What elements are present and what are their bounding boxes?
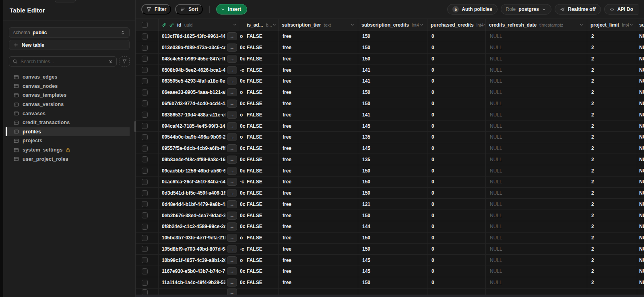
chevron-down-icon[interactable] [579, 23, 584, 27]
row-checkbox[interactable] [142, 145, 148, 152]
cell-id: 1167e930-e5b0-43b7-b74c-788c9...→ [159, 266, 239, 277]
row-checkbox[interactable] [142, 190, 148, 196]
column-header-subscription_tier[interactable]: subscription_tiertext [279, 19, 358, 31]
schema-select[interactable]: schema public [9, 27, 130, 38]
row-checkbox[interactable] [142, 168, 148, 174]
table-row: 048c4e50-b989-455e-847e-fb2f...→0cFALSEf… [136, 54, 644, 65]
row-checkbox[interactable] [142, 123, 148, 129]
expand-row-button[interactable]: → [227, 156, 237, 164]
row-checkbox[interactable] [142, 280, 148, 286]
sidebar-item-canvas_nodes[interactable]: canvas_nodes [9, 82, 130, 91]
column-name: purchased_credits [431, 22, 474, 28]
expand-row-button[interactable]: → [227, 122, 237, 130]
expand-row-button[interactable]: → [227, 200, 237, 208]
column-header-is_ad...[interactable]: is_ad...b... [246, 19, 279, 31]
sidebar-item-user_project_roles[interactable]: user_project_roles [9, 154, 130, 164]
column-header-credits_refresh_date[interactable]: credits_refresh_datetimestamptz [486, 19, 587, 31]
expand-row-button[interactable]: → [227, 133, 237, 141]
sidebar-item-credit_transactions[interactable]: credit_transactions [9, 118, 130, 127]
column-header-id[interactable]: iduuid [159, 19, 239, 31]
row-checkbox[interactable] [142, 156, 148, 162]
row-checkbox[interactable] [142, 89, 148, 96]
row-checkbox[interactable] [142, 67, 148, 73]
row-checkbox[interactable] [142, 257, 148, 263]
search-placeholder: Search tables... [21, 59, 108, 64]
expand-row-button[interactable]: → [227, 167, 237, 175]
expand-row-button[interactable]: → [227, 44, 237, 52]
expand-row-button[interactable]: → [227, 55, 237, 63]
expand-row-button[interactable]: → [227, 32, 237, 40]
column-header-purchased_credits[interactable]: purchased_creditsint4 [427, 19, 486, 31]
sidebar-item-canvas_versions[interactable]: canvas_versions [9, 100, 130, 109]
horizontal-scrollbar[interactable] [136, 295, 644, 297]
expand-row-button[interactable]: → [227, 278, 237, 287]
row-checkbox[interactable] [142, 235, 148, 241]
chevron-down-icon[interactable] [629, 23, 634, 27]
row-checkbox[interactable] [142, 78, 148, 84]
cell-refresh: NULL [486, 76, 587, 87]
expand-row-button[interactable]: → [227, 234, 237, 242]
expand-row-button[interactable]: → [227, 66, 237, 74]
expand-row-button[interactable]: → [227, 256, 237, 264]
realtime-toggle-button[interactable]: Realtime off [555, 4, 601, 15]
row-checkbox[interactable] [142, 33, 148, 39]
insert-button[interactable]: Insert [216, 4, 247, 15]
sidebar-item-canvas_edges[interactable]: canvas_edges [9, 73, 130, 82]
expand-row-button[interactable]: → [227, 88, 237, 96]
row-checkbox[interactable] [142, 179, 148, 185]
select-all-header[interactable] [136, 19, 159, 31]
column-header-su[interactable]: su [637, 19, 644, 31]
expand-row-button[interactable]: → [227, 189, 237, 197]
expand-row-button[interactable]: → [227, 222, 237, 231]
row-checkbox[interactable] [142, 224, 148, 230]
cell-select [136, 42, 159, 53]
expand-row-button[interactable]: → [227, 178, 237, 186]
auth-policies-button[interactable]: 5 Auth policies [447, 4, 497, 15]
row-checkbox[interactable] [142, 212, 148, 218]
sort-button[interactable]: Sort [175, 4, 203, 15]
column-header-subscription_credits[interactable]: subscription_creditsint4 [358, 19, 427, 31]
chevron-down-icon[interactable] [419, 23, 424, 27]
row-checkbox[interactable] [142, 246, 148, 252]
row-checkbox[interactable] [142, 112, 148, 118]
select-all-checkbox[interactable] [142, 22, 148, 28]
column-header-project_limit[interactable]: project_limitint4 [587, 19, 637, 31]
sidebar-item-system_settings[interactable]: system_settings [9, 145, 130, 155]
column-header-frag[interactable] [239, 19, 246, 31]
chevrons-double-down-icon[interactable] [108, 59, 113, 64]
row-checkbox[interactable] [142, 201, 148, 207]
expand-row-button[interactable]: → [227, 111, 237, 119]
expand-row-button[interactable]: → [227, 212, 237, 220]
api-docs-button[interactable]: API Do [604, 4, 638, 15]
role-select[interactable]: Role postgres [501, 4, 551, 15]
row-checkbox[interactable] [142, 100, 148, 106]
chevron-down-icon[interactable] [272, 23, 277, 27]
schema-label: schema [13, 30, 30, 35]
filter-label: Filter [155, 6, 166, 12]
expand-row-button[interactable]: → [227, 245, 237, 253]
row-checkbox[interactable] [142, 268, 148, 274]
expand-row-button[interactable]: → [227, 100, 237, 108]
cell-id: 013cf78d-1625-43fc-9961-442189...→ [159, 31, 239, 42]
row-checkbox[interactable] [142, 56, 148, 62]
cell-refresh: NULL [486, 42, 587, 53]
sidebar-item-canvases[interactable]: canvases [9, 109, 130, 118]
chevron-down-icon[interactable] [233, 23, 237, 27]
row-id: 013cf78d-1625-43fc-9961-442189... [162, 33, 225, 39]
filter-tables-button[interactable] [120, 56, 130, 66]
cell-refresh: NULL [486, 199, 587, 210]
table-row: 063505e5-4293-4faf-a18c-0e65b...→0cFALSE… [136, 76, 644, 87]
search-tables-input[interactable]: Search tables... [9, 56, 117, 66]
sidebar-item-projects[interactable]: projects [9, 136, 130, 145]
filter-button[interactable]: Filter [141, 4, 171, 15]
expand-row-button[interactable]: → [227, 77, 237, 85]
row-checkbox[interactable] [142, 45, 148, 51]
new-table-button[interactable]: New table [9, 40, 130, 50]
cell-refresh: NULL [486, 54, 587, 64]
row-checkbox[interactable] [142, 134, 148, 140]
sidebar-item-profiles[interactable]: profiles [6, 127, 130, 137]
sidebar-item-canvas_templates[interactable]: canvas_templates [9, 91, 130, 100]
expand-row-button[interactable]: → [227, 144, 237, 152]
expand-row-button[interactable]: → [227, 267, 237, 275]
chevron-down-icon[interactable] [350, 23, 355, 27]
